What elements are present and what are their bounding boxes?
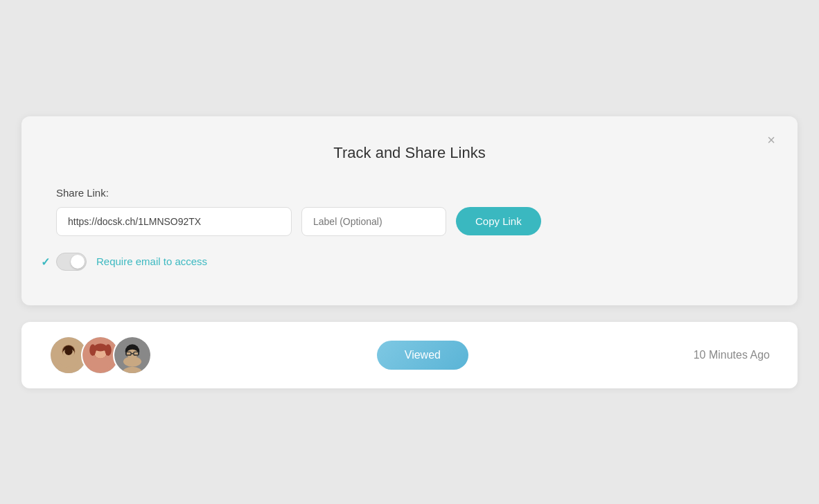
bottom-card: Viewed 10 Minutes Ago: [21, 322, 798, 388]
label-input[interactable]: [301, 207, 446, 236]
modal-card: × Track and Share Links Share Link: Copy…: [21, 116, 798, 305]
require-email-row: ✓ Require email to access: [56, 253, 763, 271]
share-link-label: Share Link:: [56, 187, 763, 199]
svg-point-13: [94, 343, 107, 351]
modal-title: Track and Share Links: [56, 144, 763, 162]
toggle-thumb: [71, 255, 85, 269]
share-row: Copy Link: [56, 207, 763, 236]
close-button[interactable]: ×: [761, 130, 781, 150]
avatars-group: [49, 336, 152, 375]
avatar-3: [113, 336, 152, 375]
copy-link-button[interactable]: Copy Link: [456, 207, 541, 235]
email-toggle[interactable]: [56, 253, 87, 271]
svg-point-21: [123, 356, 141, 366]
checkmark-icon: ✓: [41, 255, 50, 268]
svg-point-5: [64, 347, 72, 354]
viewed-button[interactable]: Viewed: [377, 341, 468, 370]
share-url-input[interactable]: [56, 207, 292, 236]
close-icon: ×: [767, 132, 775, 147]
require-email-label: Require email to access: [96, 255, 207, 267]
svg-point-2: [60, 356, 78, 366]
timestamp: 10 Minutes Ago: [694, 349, 770, 361]
